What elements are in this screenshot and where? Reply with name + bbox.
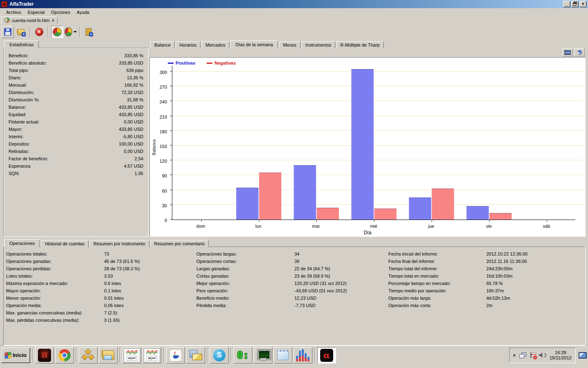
- taskbar-item-monitor[interactable]: [254, 347, 272, 364]
- start-label: Inicio: [13, 352, 27, 358]
- close-button[interactable]: ×: [579, 1, 587, 7]
- taskbar-item-lineage[interactable]: II: [35, 347, 54, 364]
- stat-row: Menor operación: 0.01 lotes: [6, 294, 192, 302]
- stat-row: SQN: 1,95: [4, 170, 148, 177]
- chart-tab[interactable]: Instrumentos: [301, 41, 336, 48]
- y-tick-mark: [170, 219, 172, 220]
- add-account-button[interactable]: +: [15, 26, 27, 38]
- gridline: [172, 160, 584, 160]
- stat-row: Disminución: 72,33 USD: [4, 89, 148, 96]
- taskbar-item-mail[interactable]: [186, 347, 205, 364]
- gridline: [172, 130, 584, 131]
- stat-label: Max. ganancias consecutivas (media):: [6, 310, 104, 315]
- stat-row: Operaciones cortas: 39: [196, 258, 384, 265]
- bar-negativas-lun: [259, 173, 281, 220]
- stat-row: Operación más larga: 4d:02h:13m: [388, 294, 584, 302]
- bar-negativas-jue: [432, 188, 454, 220]
- stat-label: Tiempo medio por operación:: [388, 288, 486, 293]
- taskbar-item-skype[interactable]: S: [210, 347, 229, 364]
- pie-chart-view-button[interactable]: [51, 26, 63, 38]
- tray-expand-icon[interactable]: «: [512, 354, 517, 357]
- document-tab[interactable]: cuenta-nord-fx.htm ×: [1, 16, 58, 24]
- taskbar-item-explorer[interactable]: [99, 347, 118, 364]
- chart-tab[interactable]: Meses: [279, 41, 300, 48]
- x-tick-mark: [432, 220, 432, 222]
- stat-value: 13,35 %: [127, 75, 143, 80]
- add-instrument-button[interactable]: +: [82, 26, 95, 38]
- stat-value: 433,85 USD: [119, 127, 143, 132]
- refresh-button[interactable]: [574, 48, 585, 56]
- taskbar-item-tools[interactable]: [79, 347, 98, 364]
- start-button[interactable]: Inicio: [1, 348, 30, 363]
- stat-value: 22 de 34 (64.7 %): [294, 266, 330, 271]
- bottom-tab[interactable]: Operaciones: [4, 239, 40, 247]
- x-tick-label: jue: [428, 224, 434, 229]
- stat-row: Retiradas: 0,00 USD: [4, 148, 148, 155]
- stat-label: Equidad:: [9, 112, 26, 117]
- menu-item[interactable]: Archivo: [3, 9, 24, 16]
- tab-estadisticas[interactable]: Estadísticas: [4, 40, 39, 49]
- pie-chart-menu-button[interactable]: [65, 26, 77, 38]
- volume-icon[interactable]: [539, 352, 546, 358]
- menu-item[interactable]: Especial: [25, 9, 48, 16]
- stat-row: Beneficio absoluto: 333,85 USD: [4, 59, 148, 67]
- stat-value: 0.01 lotes: [104, 296, 124, 301]
- bottom-tab[interactable]: Resumen por comentario: [150, 240, 209, 247]
- stat-row: Disminución %: 31,68 %: [4, 96, 148, 103]
- stat-label: Menor operación:: [6, 296, 104, 301]
- chart-area: PositivasNegativas Balance 0306090120150…: [149, 57, 586, 237]
- show-desktop-button[interactable]: [579, 352, 587, 359]
- legend-label: Negativas: [214, 61, 236, 65]
- stat-value: 333,85 USD: [119, 61, 143, 65]
- network-icon[interactable]: [519, 352, 526, 358]
- close-report-button[interactable]: ×: [33, 26, 45, 38]
- stat-label: Fecha final del informe:: [388, 259, 486, 264]
- taskbar-item-equalizer[interactable]: [294, 347, 312, 364]
- windows-logo-icon: [5, 352, 11, 359]
- tab-close-icon[interactable]: ×: [51, 18, 54, 23]
- x-tick-mark: [316, 220, 317, 222]
- taskbar-item-notepad[interactable]: [274, 347, 292, 364]
- chart-tab[interactable]: Balance: [150, 41, 175, 48]
- stat-label: Depositos:: [9, 141, 30, 146]
- toolbar-separator: [79, 27, 80, 37]
- lineage-game-icon: II: [38, 349, 51, 362]
- menu-item[interactable]: Opciones: [48, 9, 73, 16]
- stat-row: Mayor operación: 0.1 lotes: [6, 287, 192, 294]
- menu-item[interactable]: Ayuda: [74, 9, 92, 16]
- stat-label: Peor operación:: [196, 288, 294, 293]
- notepad-icon: [277, 350, 289, 360]
- stat-label: Fecha inicial del informe:: [388, 251, 486, 256]
- security-alert-icon[interactable]: ×: [530, 352, 536, 359]
- chart-tab[interactable]: Días de la semana: [230, 40, 278, 49]
- toolbar-separator: [48, 27, 49, 37]
- y-tick-mark: [170, 160, 172, 160]
- snapshot-button[interactable]: [562, 48, 573, 56]
- taskbar-item-alpari-1[interactable]: alpari: [122, 347, 141, 364]
- stat-row: Máxima exposición a mercado: 0.6 lotes: [6, 280, 192, 287]
- bottom-tab[interactable]: Historial de cuentas: [41, 240, 89, 247]
- bottom-tab[interactable]: Resumen por instrumento: [89, 240, 149, 247]
- chart-tab[interactable]: Mercados: [201, 41, 229, 48]
- y-tick-mark: [170, 175, 172, 175]
- chart-tab[interactable]: Horarios: [176, 41, 201, 48]
- minimize-button[interactable]: _: [563, 1, 570, 7]
- taskbar-item-chrome[interactable]: [55, 347, 74, 364]
- chart-legend: PositivasNegativas: [168, 61, 236, 65]
- taskbar-item-java[interactable]: [166, 347, 185, 364]
- taskbar-item-alfatrader[interactable]: α: [317, 347, 336, 364]
- stat-label: Disminución:: [9, 90, 34, 95]
- y-tick-label: 0: [165, 218, 167, 223]
- taskbar-item-alpari-2[interactable]: alpari: [143, 347, 161, 364]
- save-report-button[interactable]: [2, 26, 14, 38]
- tray-date: 19/11/2012: [550, 355, 572, 361]
- folder-plus-icon: +: [17, 28, 25, 36]
- stat-row: Beneficio medio: 12,23 USD: [196, 294, 384, 302]
- taskbar-item-counter[interactable]: 0:: [234, 347, 252, 364]
- stat-value: 2m: [486, 303, 492, 308]
- chart-tab[interactable]: R-Múltiple de Tharp: [336, 41, 383, 48]
- gridline: [172, 116, 584, 116]
- restore-button[interactable]: [571, 1, 579, 7]
- operations-column-1: Operaciones totales: 73 Operaciones gana…: [6, 250, 192, 324]
- taskbar-separator: [32, 348, 33, 363]
